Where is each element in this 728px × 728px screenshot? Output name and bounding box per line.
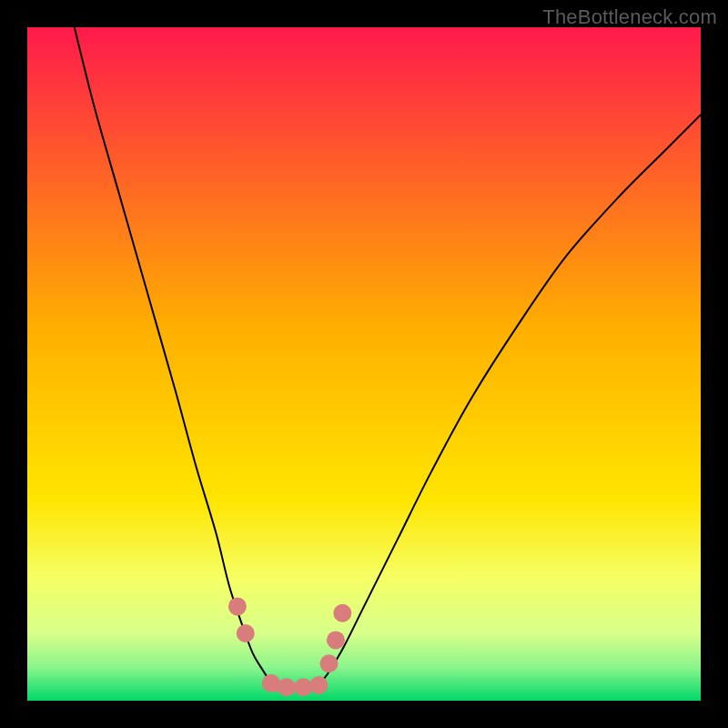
highlight-dot	[278, 678, 296, 696]
highlight-dot	[237, 624, 255, 642]
svg-rect-0	[27, 27, 701, 701]
highlight-dot	[320, 654, 339, 672]
highlight-dot	[262, 674, 280, 693]
highlight-dot	[309, 676, 328, 694]
highlight-dot	[327, 631, 345, 649]
chart-container: TheBottleneck.com	[0, 0, 728, 728]
highlight-dot	[333, 604, 351, 622]
highlight-dot	[294, 678, 312, 696]
highlight-dot	[228, 597, 247, 615]
chart-svg	[27, 27, 701, 701]
plot-area	[27, 27, 701, 701]
watermark-label: TheBottleneck.com	[542, 5, 717, 29]
